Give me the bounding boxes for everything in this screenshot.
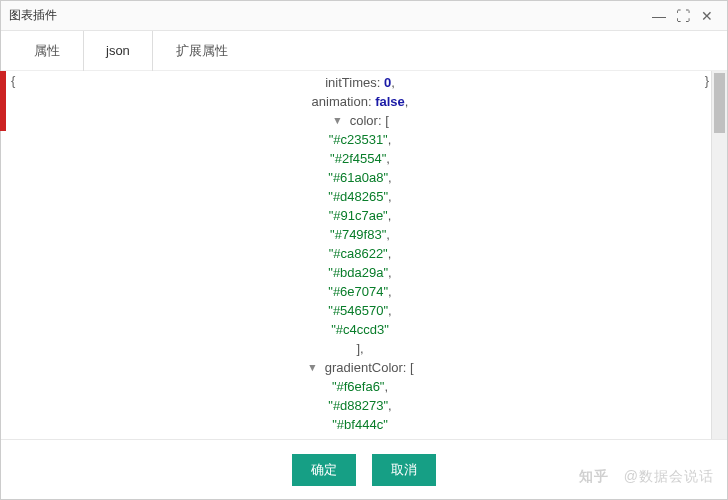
json-tail: ,	[388, 246, 392, 261]
json-value: "#2f4554"	[330, 151, 386, 166]
json-value: "#c4ccd3"	[331, 322, 389, 337]
left-edge-decoration	[0, 71, 6, 131]
json-row: "#d48265",	[11, 187, 709, 206]
ok-button[interactable]: 确定	[292, 454, 356, 486]
json-sep: : [	[378, 113, 389, 128]
json-tail: ,	[388, 189, 392, 204]
json-tail: ,	[384, 379, 388, 394]
tab-bar: 属性 json 扩展属性	[1, 31, 727, 71]
tab-json[interactable]: json	[83, 31, 153, 71]
minimize-button[interactable]: —	[647, 8, 671, 24]
json-row: "#61a0a8",	[11, 168, 709, 187]
collapse-toggle-icon[interactable]: ▼	[333, 113, 343, 128]
json-row: "#bf444c"	[11, 415, 709, 434]
json-row: initTimes: 0,	[11, 73, 709, 92]
json-sep: :	[377, 75, 384, 90]
json-row: "#2f4554",	[11, 149, 709, 168]
json-value: "#749f83"	[330, 227, 386, 242]
json-value: "#61a0a8"	[328, 170, 388, 185]
json-value: "#bda29a"	[328, 265, 388, 280]
open-brace: {	[11, 71, 15, 90]
json-row: ],	[11, 339, 709, 358]
json-tail: ,	[386, 151, 390, 166]
collapse-toggle-icon[interactable]: ▼	[308, 360, 318, 375]
json-key: initTimes	[325, 75, 377, 90]
json-tail: ,	[386, 227, 390, 242]
content-area: { } initTimes: 0,animation: false,▼ colo…	[1, 71, 727, 439]
json-row: "#bda29a",	[11, 263, 709, 282]
json-row: "#ca8622",	[11, 244, 709, 263]
json-value: "#6e7074"	[328, 284, 388, 299]
json-tail: ,	[388, 208, 392, 223]
scrollbar-track[interactable]	[711, 71, 727, 439]
json-key: gradientColor	[325, 360, 403, 375]
json-tail: ,	[388, 170, 392, 185]
tab-extended-attributes[interactable]: 扩展属性	[153, 31, 251, 71]
json-row: "#91c7ae",	[11, 206, 709, 225]
json-value: "#ca8622"	[329, 246, 388, 261]
dialog-footer: 确定 取消	[1, 439, 727, 499]
dialog-window: 图表插件 — ⛶ ✕ 属性 json 扩展属性 { } initTimes: 0…	[0, 0, 728, 500]
json-tail: ,	[360, 436, 364, 439]
json-row: animation: false,	[11, 92, 709, 111]
json-row: "#f6efa6",	[11, 377, 709, 396]
json-value: "#bf444c"	[332, 417, 388, 432]
json-row: "#6e7074",	[11, 282, 709, 301]
json-row: ▼ color: [	[11, 111, 709, 130]
json-value: "#f6efa6"	[332, 379, 385, 394]
tab-attributes[interactable]: 属性	[11, 31, 83, 71]
maximize-button[interactable]: ⛶	[671, 8, 695, 24]
json-tail: ,	[388, 284, 392, 299]
json-row: ▼ gradientColor: [	[11, 358, 709, 377]
json-value: "#d48265"	[328, 189, 388, 204]
json-value: "#d88273"	[328, 398, 388, 413]
json-row: "#c23531",	[11, 130, 709, 149]
json-row: "#749f83",	[11, 225, 709, 244]
json-key: color	[350, 113, 378, 128]
json-value: "#91c7ae"	[329, 208, 388, 223]
title-bar: 图表插件 — ⛶ ✕	[1, 1, 727, 31]
json-tail: ,	[391, 75, 395, 90]
json-tail: ,	[388, 303, 392, 318]
json-tail: ,	[388, 265, 392, 280]
close-button[interactable]: ✕	[695, 8, 719, 24]
json-tail: ,	[360, 341, 364, 356]
json-key: animation	[312, 94, 368, 109]
window-title: 图表插件	[9, 7, 647, 24]
json-row: "#546570",	[11, 301, 709, 320]
json-value: "#c23531"	[329, 132, 388, 147]
cancel-button[interactable]: 取消	[372, 454, 436, 486]
close-brace: }	[705, 71, 709, 90]
json-row: ],	[11, 434, 709, 439]
scrollbar-thumb[interactable]	[714, 73, 725, 133]
json-row: "#d88273",	[11, 396, 709, 415]
json-tail: ,	[405, 94, 409, 109]
json-value: false	[375, 94, 405, 109]
json-tail: ,	[388, 132, 392, 147]
json-viewer[interactable]: { } initTimes: 0,animation: false,▼ colo…	[11, 71, 709, 439]
json-content: initTimes: 0,animation: false,▼ color: […	[11, 71, 709, 439]
json-tail: ,	[388, 398, 392, 413]
json-row: "#c4ccd3"	[11, 320, 709, 339]
json-sep: : [	[403, 360, 414, 375]
json-value: "#546570"	[328, 303, 388, 318]
